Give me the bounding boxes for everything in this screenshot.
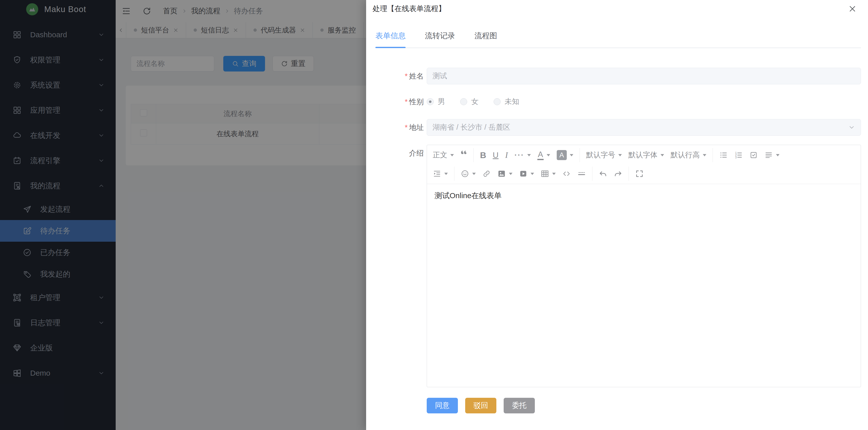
todo-list-icon[interactable] [746, 151, 761, 160]
caret-icon [618, 154, 622, 156]
toolbar-divider [473, 148, 474, 162]
editor-content[interactable]: 测试Online在线表单 [427, 184, 861, 387]
code-icon[interactable] [559, 169, 574, 178]
address-value: 湖南省 / 长沙市 / 岳麓区 [433, 122, 510, 133]
video-icon[interactable] [516, 169, 537, 178]
name-field[interactable]: 测试 [427, 68, 861, 84]
blockquote-icon[interactable]: “ [457, 151, 470, 160]
ordered-list-icon[interactable] [731, 151, 746, 160]
underline-icon[interactable]: U [490, 150, 502, 160]
caret-icon [509, 173, 513, 175]
reject-button[interactable]: 驳回 [465, 398, 496, 413]
toolbar-divider [592, 167, 592, 181]
italic-icon[interactable]: I [502, 150, 511, 160]
caret-icon [547, 154, 550, 156]
font-family-select[interactable]: 默认字体 [625, 150, 668, 160]
emoji-icon[interactable] [457, 169, 479, 178]
rich-text-editor: 正文 “ B U I ··· A A 默认字号 默认字体 默认行高 [427, 145, 861, 387]
address-select[interactable]: 湖南省 / 长沙市 / 岳麓区 [427, 119, 861, 136]
delegate-button[interactable]: 委托 [504, 398, 535, 413]
chevron-down-icon [848, 124, 855, 131]
radio-female[interactable]: 女 [460, 97, 478, 107]
radio-circle-checked [427, 98, 434, 105]
link-icon[interactable] [479, 169, 494, 178]
gender-label: 性别 [374, 93, 427, 110]
drawer-title: 处理【在线表单流程】 [373, 4, 445, 14]
redo-icon[interactable] [611, 169, 626, 178]
indent-icon[interactable] [430, 169, 451, 178]
drawer-body: 姓名 测试 性别 男 女 未知 [366, 48, 868, 413]
table-icon[interactable] [537, 169, 559, 178]
intro-text: 测试Online在线表单 [434, 191, 502, 200]
drawer-header: 处理【在线表单流程】 [366, 0, 868, 18]
radio-male[interactable]: 男 [427, 97, 445, 107]
caret-icon [531, 173, 534, 175]
address-label: 地址 [374, 119, 427, 136]
approve-button[interactable]: 同意 [427, 398, 458, 413]
undo-icon[interactable] [595, 169, 611, 178]
caret-icon [660, 154, 664, 156]
more-styles-icon[interactable]: ··· [511, 151, 534, 160]
bold-icon[interactable]: B [477, 150, 490, 160]
caret-icon [451, 154, 454, 156]
divider-icon[interactable] [574, 169, 589, 178]
name-label: 姓名 [374, 68, 427, 84]
close-icon[interactable] [848, 5, 857, 13]
drawer-actions: 同意 驳回 委托 [427, 398, 861, 413]
form-row-name: 姓名 测试 [374, 68, 861, 84]
tab-flow-diagram[interactable]: 流程图 [474, 31, 497, 48]
tab-flow-records[interactable]: 流转记录 [425, 31, 455, 48]
editor-toolbar-row-1: 正文 “ B U I ··· A A 默认字号 默认字体 默认行高 [430, 146, 858, 164]
caret-icon [444, 173, 448, 175]
gender-radio-group: 男 女 未知 [427, 93, 861, 110]
caret-icon [472, 173, 476, 175]
radio-circle [460, 98, 467, 105]
radio-unknown[interactable]: 未知 [494, 97, 519, 107]
caret-icon [703, 154, 706, 156]
caret-icon [570, 154, 573, 156]
caret-icon [527, 154, 531, 156]
paragraph-select[interactable]: 正文 [430, 150, 457, 160]
tab-form-info[interactable]: 表单信息 [375, 31, 406, 48]
form-row-address: 地址 湖南省 / 长沙市 / 岳麓区 [374, 119, 861, 136]
name-value: 测试 [433, 71, 447, 81]
font-color-icon[interactable]: A [534, 150, 553, 160]
editor-toolbar-row-2 [430, 164, 858, 183]
toolbar-divider [713, 148, 713, 162]
form-row-intro: 介绍 正文 “ B U I ··· A A 默认字号 [374, 145, 861, 387]
intro-label: 介绍 [374, 145, 427, 387]
process-drawer: 处理【在线表单流程】 表单信息 流转记录 流程图 姓名 测试 性别 男 [366, 0, 868, 430]
align-icon[interactable] [761, 151, 783, 160]
radio-circle [494, 98, 501, 105]
toolbar-divider [580, 148, 580, 162]
editor-toolbar: 正文 “ B U I ··· A A 默认字号 默认字体 默认行高 [427, 145, 861, 184]
image-icon[interactable] [494, 169, 516, 178]
bg-color-icon[interactable]: A [553, 150, 577, 160]
caret-icon [776, 154, 779, 156]
drawer-tabs: 表单信息 流转记录 流程图 [375, 31, 861, 48]
form-row-gender: 性别 男 女 未知 [374, 93, 861, 110]
caret-icon [552, 173, 556, 175]
fullscreen-icon[interactable] [632, 169, 647, 178]
font-size-select[interactable]: 默认字号 [583, 150, 625, 160]
bullet-list-icon[interactable] [716, 151, 731, 160]
line-height-select[interactable]: 默认行高 [668, 150, 710, 160]
